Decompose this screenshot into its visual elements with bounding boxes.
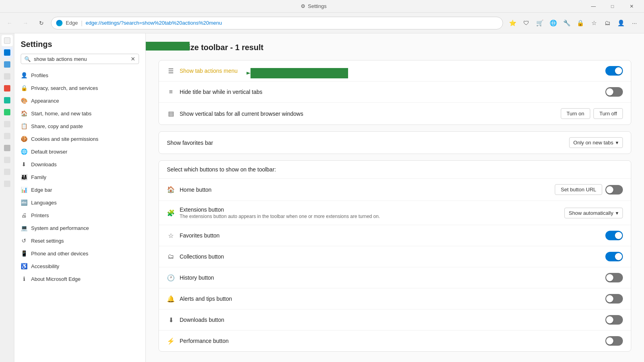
tab-favicon-red xyxy=(4,85,10,91)
extensions-btn-icon: 🧩 xyxy=(167,209,175,217)
sidebar-item-start-home[interactable]: 🏠 Start, home, and new tabs xyxy=(14,107,145,120)
sidebar-item-accessibility[interactable]: ♿ Accessibility xyxy=(14,260,145,272)
more-button[interactable]: ··· xyxy=(628,17,641,29)
address-text[interactable]: edge://settings/?search=show%20tab%20act… xyxy=(86,20,498,26)
favorites-toolbar-icon[interactable]: ⭐ xyxy=(506,17,519,29)
privacy-icon: 🔒 xyxy=(21,85,27,91)
col-toggle-track[interactable] xyxy=(605,252,623,261)
restore-button[interactable]: □ xyxy=(603,0,622,13)
collections-button-toggle[interactable] xyxy=(605,252,623,261)
sidebar-item-downloads[interactable]: ⬇ Downloads xyxy=(14,158,145,171)
turn-on-button[interactable]: Turn on xyxy=(561,108,590,119)
extensions-label-wrap: Extensions button The extensions button … xyxy=(180,206,560,219)
sidebar-item-appearance[interactable]: 🎨 Appearance xyxy=(14,94,145,107)
toggle-track-on[interactable] xyxy=(605,66,623,76)
perf-toggle-track[interactable] xyxy=(605,336,623,346)
vtab-6[interactable] xyxy=(2,130,13,142)
sidebar-item-about[interactable]: ℹ About Microsoft Edge xyxy=(14,272,145,285)
vtab-green[interactable] xyxy=(2,107,13,118)
show-tab-actions-toggle[interactable] xyxy=(605,66,623,76)
vtab-red[interactable] xyxy=(2,83,13,94)
security-icon[interactable]: 🔒 xyxy=(574,17,587,29)
edge-logo-icon xyxy=(56,20,63,26)
sidebar-item-profiles[interactable]: 👤 Profiles xyxy=(14,69,145,82)
vtab-7[interactable] xyxy=(2,142,13,154)
sidebar-item-system[interactable]: 💻 System and performance xyxy=(14,222,145,234)
sidebar-title: Settings xyxy=(14,40,145,54)
phone-icon: 📱 xyxy=(21,250,27,257)
fav-toggle-track[interactable] xyxy=(605,231,623,240)
sidebar-item-languages[interactable]: 🔤 Languages xyxy=(14,196,145,209)
set-button-url-btn[interactable]: Set button URL xyxy=(555,184,602,195)
collections-toolbar-icon[interactable]: 🗂 xyxy=(601,17,614,29)
vtab-3[interactable] xyxy=(2,71,13,82)
sidebar-label-edge-bar: Edge bar xyxy=(31,187,52,193)
toggle-track-off1[interactable] xyxy=(605,87,623,97)
perf-toggle-thumb xyxy=(606,337,613,344)
forward-button[interactable]: → xyxy=(19,17,32,29)
close-button[interactable]: ✕ xyxy=(622,0,641,13)
sidebar-item-cookies[interactable]: 🍪 Cookies and site permissions xyxy=(14,132,145,145)
tab-favicon-7 xyxy=(4,145,10,151)
sidebar-item-edge-bar[interactable]: 📊 Edge bar xyxy=(14,183,145,196)
clear-search-button[interactable]: ✕ xyxy=(131,56,135,62)
profile-icon[interactable]: 👤 xyxy=(615,17,627,29)
favorites-bar-dropdown[interactable]: Only on new tabs ▾ xyxy=(569,137,623,148)
vtab-8[interactable] xyxy=(2,154,13,165)
alerts-btn-icon: 🔔 xyxy=(167,295,175,303)
url-prefix: edge:// xyxy=(86,20,102,26)
hist-toggle-track[interactable] xyxy=(605,273,623,282)
downloads-button-toggle[interactable] xyxy=(605,315,623,325)
edge-icon[interactable]: 🌐 xyxy=(547,17,560,29)
hide-title-bar-row: ≡ Hide title bar while in vertical tabs xyxy=(159,82,631,103)
search-box[interactable]: 🔍 ✕ xyxy=(21,54,139,64)
vtab-settings[interactable] xyxy=(2,35,13,46)
search-input[interactable] xyxy=(34,56,127,62)
alerts-button-toggle[interactable] xyxy=(605,294,623,304)
sidebar-item-default-browser[interactable]: 🌐 Default browser xyxy=(14,145,145,158)
sidebar-item-family[interactable]: 👨‍👩‍👧 Family xyxy=(14,171,145,183)
home-toggle-track[interactable] xyxy=(605,185,623,195)
back-button[interactable]: ← xyxy=(3,17,16,29)
vtab-blue1[interactable] xyxy=(2,47,13,58)
favorites-button-toggle[interactable] xyxy=(605,231,623,240)
extensions-dropdown[interactable]: Show automatically ▾ xyxy=(564,208,623,218)
toolbar-icons: ⭐ 🛡 🛒 🌐 🔧 🔒 ☆ 🗂 👤 ··· xyxy=(506,17,641,29)
printers-icon: 🖨 xyxy=(21,212,27,218)
hide-title-bar-toggle[interactable] xyxy=(605,87,623,97)
edge-label: Edge xyxy=(66,20,78,26)
sidebar-item-reset[interactable]: ↺ Reset settings xyxy=(14,234,145,247)
sidebar-item-privacy[interactable]: 🔒 Privacy, search, and services xyxy=(14,82,145,94)
favorites-button-label: Favorites button xyxy=(180,232,601,239)
sidebar-item-share[interactable]: 📋 Share, copy and paste xyxy=(14,120,145,132)
vtab-9[interactable] xyxy=(2,166,13,177)
vertical-tabs-icon: ▤ xyxy=(167,110,175,117)
sidebar-item-phone[interactable]: 📱 Phone and other devices xyxy=(14,247,145,260)
shield-icon[interactable]: 🛡 xyxy=(520,17,532,29)
sidebar-label-phone: Phone and other devices xyxy=(31,251,88,257)
main-settings-card: ☰ Show tab actions menu xyxy=(159,60,631,125)
toolbar-section-label: Select which buttons to show on the tool… xyxy=(167,166,623,173)
tab-favicon-blue xyxy=(4,49,10,56)
address-input-wrap[interactable]: Edge | edge://settings/?search=show%20ta… xyxy=(51,17,503,29)
performance-button-toggle[interactable] xyxy=(605,336,623,346)
alerts-toggle-track[interactable] xyxy=(605,294,623,304)
vtab-teal[interactable] xyxy=(2,95,13,106)
star-icon[interactable]: ☆ xyxy=(587,17,600,29)
shopping-icon[interactable]: 🛒 xyxy=(533,17,546,29)
vtab-blue2[interactable] xyxy=(2,59,13,70)
filter-icon[interactable]: 🔧 xyxy=(560,17,573,29)
vertical-tabs xyxy=(0,33,14,362)
minimize-button[interactable]: — xyxy=(584,0,603,13)
vtab-5[interactable] xyxy=(2,119,13,130)
vtab-10[interactable] xyxy=(2,178,13,189)
sidebar-item-printers[interactable]: 🖨 Printers xyxy=(14,209,145,222)
extensions-button-sublabel: The extensions button auto appears in th… xyxy=(180,214,560,219)
refresh-button[interactable]: ↻ xyxy=(35,17,48,29)
turn-off-button[interactable]: Turn off xyxy=(593,108,623,119)
dl-toggle-track[interactable] xyxy=(605,315,623,325)
history-button-toggle[interactable] xyxy=(605,273,623,282)
home-button-toggle[interactable] xyxy=(605,185,623,195)
downloads-button-label: Downloads button xyxy=(180,317,601,323)
sidebar-label-accessibility: Accessibility xyxy=(31,263,59,269)
